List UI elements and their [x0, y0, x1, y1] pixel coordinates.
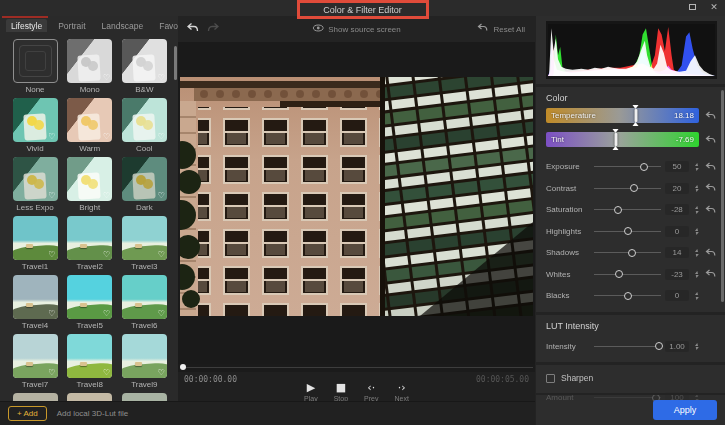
play-button[interactable]: ▶Play [304, 382, 318, 402]
saturation-undo-button[interactable] [704, 204, 717, 216]
filter-thumb-travel8[interactable]: ♡ [67, 334, 112, 378]
filter-thumb-vivid[interactable]: ♡ [13, 98, 58, 142]
shadows-stepper[interactable]: ▴▾ [692, 248, 701, 257]
saturation-handle[interactable] [614, 206, 622, 214]
favorite-heart-icon[interactable]: ♡ [158, 132, 165, 141]
blacks-slider[interactable] [594, 291, 661, 301]
contrast-stepper[interactable]: ▴▾ [692, 184, 701, 193]
highlights-handle[interactable] [624, 227, 632, 235]
intensity-handle[interactable] [655, 342, 663, 350]
temperature-handle[interactable] [632, 106, 641, 125]
show-source-button[interactable]: Show source screen [312, 24, 400, 34]
favorite-heart-icon[interactable]: ♡ [103, 309, 110, 318]
shadows-handle[interactable] [628, 249, 636, 257]
exposure-slider[interactable] [594, 162, 661, 172]
favorite-heart-icon[interactable]: ♡ [48, 250, 55, 259]
saturation-slider[interactable] [594, 205, 661, 215]
filter-thumb-none[interactable] [13, 39, 58, 83]
tab-lifestyle[interactable]: Lifestyle [6, 19, 47, 32]
contrast-slider[interactable] [594, 183, 661, 193]
filter-thumb-partial[interactable] [122, 393, 167, 401]
whites-slider[interactable] [594, 269, 661, 279]
favorite-heart-icon[interactable]: ♡ [103, 132, 110, 141]
favorite-heart-icon[interactable]: ♡ [158, 309, 165, 318]
filter-thumb-mono[interactable]: ♡ [67, 39, 112, 83]
close-button[interactable]: ✕ [707, 1, 721, 13]
intensity-stepper[interactable]: ▴▾ [692, 342, 701, 351]
playhead[interactable] [180, 364, 186, 370]
apply-button[interactable]: Apply [653, 400, 717, 420]
stop-button[interactable]: ■Stop [334, 382, 348, 402]
temperature-undo-button[interactable] [704, 110, 717, 122]
add-lut-button[interactable]: + Add [8, 406, 47, 421]
favorite-heart-icon[interactable]: ♡ [48, 368, 55, 377]
filter-thumb-travel5[interactable]: ♡ [67, 275, 112, 319]
tab-landscape[interactable]: Landscape [97, 19, 149, 32]
filter-thumb-partial[interactable] [67, 393, 112, 401]
highlights-stepper[interactable]: ▴▾ [692, 227, 701, 236]
temperature-slider[interactable]: Temperature 18.18 [546, 108, 699, 123]
undo-button[interactable] [186, 20, 199, 38]
blacks-handle[interactable] [624, 292, 632, 300]
filter-thumb-bright[interactable]: ♡ [67, 157, 112, 201]
blacks-stepper[interactable]: ▴▾ [692, 291, 701, 300]
filter-thumb-dark[interactable]: ♡ [122, 157, 167, 201]
filter-thumb-travel3[interactable]: ♡ [122, 216, 167, 260]
tint-undo-button[interactable] [704, 134, 717, 146]
panel-scrollbar[interactable] [721, 90, 724, 302]
intensity-slider[interactable] [594, 341, 661, 351]
favorite-heart-icon[interactable]: ♡ [103, 250, 110, 259]
saturation-row: Saturation-28▴▾ [546, 199, 717, 221]
shadows-slider[interactable] [594, 248, 661, 258]
saturation-label: Saturation [546, 205, 594, 214]
favorite-heart-icon[interactable]: ♡ [48, 309, 55, 318]
filter-thumb-partial[interactable] [13, 393, 58, 401]
whites-undo-button[interactable] [704, 268, 717, 280]
filter-thumb-travel2[interactable]: ♡ [67, 216, 112, 260]
maximize-button[interactable] [685, 1, 699, 13]
favorite-heart-icon[interactable]: ♡ [103, 191, 110, 200]
tab-favorite[interactable]: Favorite [154, 19, 178, 32]
highlights-slider[interactable] [594, 226, 661, 236]
exposure-undo-button[interactable] [704, 161, 717, 173]
sidebar-scrollbar[interactable] [174, 46, 177, 80]
favorite-heart-icon[interactable]: ♡ [158, 73, 165, 82]
filter-thumb-travel7[interactable]: ♡ [13, 334, 58, 378]
exposure-handle[interactable] [640, 163, 648, 171]
favorite-heart-icon[interactable]: ♡ [103, 73, 110, 82]
contrast-handle[interactable] [630, 184, 638, 192]
tint-handle[interactable] [612, 130, 621, 149]
saturation-stepper[interactable]: ▴▾ [692, 205, 701, 214]
filter-thumb-travel6[interactable]: ♡ [122, 275, 167, 319]
filter-thumb-warm[interactable]: ♡ [67, 98, 112, 142]
sharpen-checkbox[interactable] [546, 374, 555, 383]
tab-portrait[interactable]: Portrait [53, 19, 90, 32]
favorite-heart-icon[interactable]: ♡ [48, 191, 55, 200]
filter-thumb-cool[interactable]: ♡ [122, 98, 167, 142]
reset-all-button[interactable]: Reset All [477, 23, 525, 35]
filter-thumb-b-w[interactable]: ♡ [122, 39, 167, 83]
filter-thumb-travel4[interactable]: ♡ [13, 275, 58, 319]
car-shape [80, 362, 87, 366]
favorite-heart-icon[interactable]: ♡ [158, 250, 165, 259]
favorite-heart-icon[interactable]: ♡ [48, 132, 55, 141]
filter-thumb-travel1[interactable]: ♡ [13, 216, 58, 260]
whites-handle[interactable] [615, 270, 623, 278]
filter-thumb-label: Vivid [26, 144, 43, 153]
prev-button[interactable]: ‹·Prev [364, 382, 378, 402]
contrast-undo-button[interactable] [704, 182, 717, 194]
filter-thumb-travel9[interactable]: ♡ [122, 334, 167, 378]
whites-stepper[interactable]: ▴▾ [692, 270, 701, 279]
exposure-stepper[interactable]: ▴▾ [692, 162, 701, 171]
favorite-heart-icon[interactable]: ♡ [158, 368, 165, 377]
timeline-scrubber[interactable] [178, 364, 535, 372]
favorite-heart-icon[interactable]: ♡ [103, 368, 110, 377]
redo-button[interactable] [207, 20, 220, 38]
shadows-undo-button[interactable] [704, 247, 717, 259]
tint-slider[interactable]: Tint -7.69 [546, 132, 699, 147]
filter-thumb-less-expo[interactable]: ♡ [13, 157, 58, 201]
favorite-heart-icon[interactable]: ♡ [158, 191, 165, 200]
filter-item-cool: ♡Cool [117, 98, 171, 156]
next-button[interactable]: ·›Next [395, 382, 409, 402]
contrast-value: 20 [665, 183, 689, 194]
